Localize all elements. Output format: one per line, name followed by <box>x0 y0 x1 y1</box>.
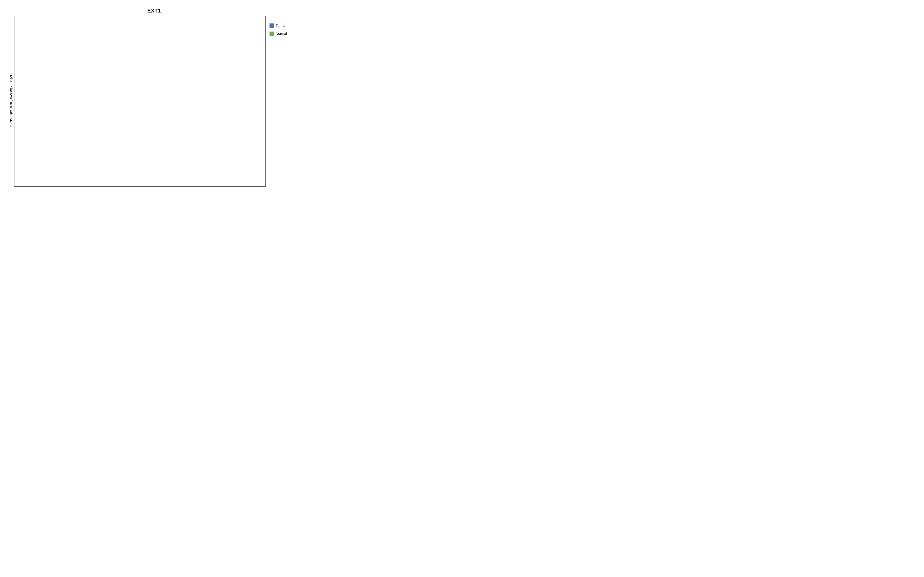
svg-point-1055 <box>210 105 210 106</box>
svg-point-620 <box>140 142 140 142</box>
svg-point-1275 <box>257 114 258 114</box>
svg-point-590 <box>123 105 124 105</box>
svg-point-117 <box>37 101 37 102</box>
svg-point-758 <box>164 101 165 102</box>
svg-point-191 <box>53 76 53 76</box>
svg-point-538 <box>120 116 121 116</box>
svg-point-810 <box>166 98 167 98</box>
svg-point-334 <box>83 109 84 109</box>
svg-text:8: 8 <box>21 159 23 162</box>
svg-point-661 <box>141 85 141 86</box>
svg-point-548 <box>115 107 116 108</box>
svg-point-1170 <box>233 92 233 92</box>
svg-point-235 <box>60 98 60 98</box>
svg-point-638 <box>139 114 140 114</box>
svg-point-373 <box>82 66 82 67</box>
svg-point-1037 <box>213 113 213 114</box>
svg-point-886 <box>183 76 183 76</box>
svg-point-1252 <box>254 126 255 126</box>
svg-point-1202 <box>244 111 245 112</box>
svg-point-788 <box>168 118 169 119</box>
svg-point-1199 <box>249 115 249 116</box>
svg-point-835 <box>168 79 168 80</box>
svg-point-1024 <box>210 120 210 121</box>
svg-point-1134 <box>233 116 233 117</box>
svg-point-771 <box>161 89 161 89</box>
svg-point-289 <box>71 104 72 105</box>
svg-point-933 <box>187 95 187 95</box>
svg-point-596 <box>123 102 124 102</box>
svg-point-709 <box>147 97 148 98</box>
svg-point-957 <box>190 75 191 76</box>
svg-point-341 <box>84 102 84 103</box>
svg-point-310 <box>72 88 73 89</box>
svg-point-1161 <box>233 97 234 97</box>
svg-point-280 <box>73 109 73 110</box>
svg-point-1203 <box>247 108 248 108</box>
svg-point-736 <box>160 122 160 123</box>
svg-point-413 <box>98 98 99 98</box>
svg-point-749 <box>158 107 158 108</box>
svg-point-178 <box>48 99 49 100</box>
svg-point-805 <box>165 101 166 102</box>
svg-point-424 <box>95 82 95 83</box>
svg-point-619 <box>138 146 139 147</box>
svg-point-467 <box>102 103 102 103</box>
svg-point-535 <box>120 118 121 118</box>
svg-point-1192 <box>247 131 248 131</box>
svg-point-327 <box>81 120 82 121</box>
svg-point-1220 <box>248 92 249 92</box>
svg-point-157 <box>52 122 52 123</box>
svg-point-598 <box>124 100 125 100</box>
svg-point-714 <box>145 93 145 94</box>
svg-point-372 <box>81 68 82 69</box>
svg-point-195 <box>52 66 52 67</box>
svg-point-300 <box>76 96 76 97</box>
svg-point-1224 <box>248 88 249 89</box>
svg-point-774 <box>161 86 162 87</box>
svg-point-1168 <box>231 93 232 94</box>
svg-point-892 <box>181 61 181 62</box>
svg-point-285 <box>71 106 72 107</box>
svg-point-1211 <box>247 100 248 100</box>
svg-point-853 <box>180 128 181 129</box>
svg-point-286 <box>78 106 78 107</box>
svg-point-1092 <box>226 110 227 110</box>
svg-point-532 <box>114 120 115 121</box>
svg-point-1255 <box>255 124 255 125</box>
svg-point-1223 <box>246 88 247 89</box>
svg-point-536 <box>118 116 118 116</box>
svg-point-1212 <box>248 100 249 100</box>
svg-rect-671 <box>146 99 148 114</box>
svg-point-290 <box>78 104 78 105</box>
svg-point-1000 <box>204 112 205 112</box>
svg-point-43 <box>27 112 28 113</box>
svg-point-1280 <box>256 111 257 111</box>
svg-point-1010 <box>203 94 204 94</box>
svg-point-580 <box>124 109 125 110</box>
svg-point-1278 <box>252 113 252 113</box>
svg-point-820 <box>171 93 171 94</box>
svg-point-248 <box>62 89 63 89</box>
svg-point-615 <box>139 162 139 163</box>
svg-point-547 <box>118 107 118 108</box>
svg-point-355 <box>82 91 83 91</box>
svg-point-1159 <box>231 98 232 98</box>
svg-point-318 <box>74 73 75 73</box>
svg-point-616 <box>139 158 140 159</box>
svg-point-307 <box>73 91 74 91</box>
svg-text:13: 13 <box>19 18 23 21</box>
svg-point-400 <box>90 114 91 114</box>
legend-box-tumor <box>270 23 274 28</box>
svg-point-274 <box>76 114 77 115</box>
svg-point-228 <box>57 105 58 105</box>
svg-point-1243 <box>247 37 247 38</box>
svg-point-563 <box>124 125 125 126</box>
svg-text:KICH: KICH <box>117 177 124 184</box>
svg-point-34 <box>31 122 32 123</box>
svg-point-354 <box>85 93 85 93</box>
svg-point-1139 <box>233 109 233 110</box>
svg-point-1266 <box>252 119 252 119</box>
svg-point-876 <box>181 90 182 90</box>
svg-point-75 <box>30 61 31 61</box>
